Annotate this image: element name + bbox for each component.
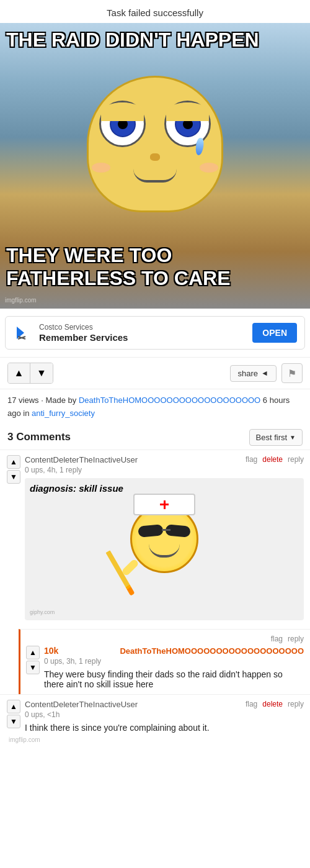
comment-1-downvote[interactable]: ▼ xyxy=(7,470,20,484)
comment-3-delete[interactable]: delete xyxy=(262,700,283,708)
comment-3-username: ContentDeleterTheInactiveUser xyxy=(25,700,138,709)
downvote-button[interactable]: ▼ xyxy=(30,363,53,383)
flag-icon: ⚑ xyxy=(288,368,296,379)
comment-3-flag[interactable]: flag xyxy=(246,700,257,708)
comment-1-vote: ▲ ▼ xyxy=(6,455,21,624)
comment-2-flag[interactable]: flag xyxy=(271,635,283,643)
comment-1-username: ContentDeleterTheInactiveUser xyxy=(25,455,138,464)
action-bar: ▲ ▼ share ◄ ⚑ xyxy=(0,357,310,389)
comment-2-username: DeathToTheHOMOOOOOOOOOOOOOOOOOOO xyxy=(120,646,304,656)
ad-info: Costco Services Remember Services xyxy=(13,323,128,343)
comment-2-content: They were busy finding their dads so the… xyxy=(44,669,304,689)
share-label: share xyxy=(238,369,259,378)
comment-1-image-area: diagnosis: skill issue xyxy=(25,478,304,620)
chevron-down-icon: ▼ xyxy=(290,434,296,441)
comment-1-flag[interactable]: flag xyxy=(246,455,257,464)
bottom-watermark: imgflip.com xyxy=(6,733,304,744)
comment-1-body: ContentDeleterTheInactiveUser flag delet… xyxy=(25,455,304,624)
comment-2-upvote[interactable]: ▲ xyxy=(26,646,40,659)
ad-banner: Costco Services Remember Services OPEN xyxy=(5,316,305,350)
diagnosis-text: diagnosis: skill issue xyxy=(30,483,299,494)
comment-3: ▲ ▼ ContentDeleterTheInactiveUser flag d… xyxy=(0,694,310,749)
comment-3-reply[interactable]: reply xyxy=(288,700,304,708)
author-link[interactable]: DeathToTheHOMOOOOOOOOOOOOOOOOOOO xyxy=(79,396,260,405)
comment-3-vote: ▲ ▼ xyxy=(6,700,21,733)
meme-bottom-text: THEY WERE TOO FATHERLESS TO CARE xyxy=(6,244,304,290)
sort-label: Best first xyxy=(256,433,288,442)
comments-header: 3 Comments Best first ▼ xyxy=(0,423,310,450)
comment-1-meta: 0 ups, 4h, 1 reply xyxy=(25,466,304,474)
ad-open-button[interactable]: OPEN xyxy=(252,323,297,343)
comment-1-reply[interactable]: reply xyxy=(288,455,304,464)
comment-1-upvote[interactable]: ▲ xyxy=(7,455,20,469)
comment-2-ups: 10k xyxy=(44,646,58,656)
comment-2-downvote[interactable]: ▼ xyxy=(26,661,40,674)
comment-1: ▲ ▼ ContentDeleterTheInactiveUser flag d… xyxy=(0,450,310,629)
comment-2-vote: ▲ ▼ xyxy=(25,646,40,689)
comment-2: flag reply ▲ ▼ 10k DeathToTheHOMOOOOOOOO… xyxy=(19,629,310,694)
share-button[interactable]: share ◄ xyxy=(230,365,277,382)
comment-2-actions: flag reply xyxy=(271,635,304,643)
downvote-icon: ▼ xyxy=(37,368,46,379)
comment-2-reply[interactable]: reply xyxy=(288,635,304,643)
upvote-icon: ▲ xyxy=(14,368,24,379)
upvote-button[interactable]: ▲ xyxy=(8,363,30,383)
ad-subtitle: Remember Services xyxy=(39,332,128,343)
made-by-label: Made by xyxy=(45,396,76,405)
meme-top-text: THE RAID DIDN'T HAPPEN xyxy=(6,29,304,51)
vote-box: ▲ ▼ xyxy=(7,363,53,384)
share-icon: ◄ xyxy=(261,369,268,377)
ad-title: Costco Services xyxy=(39,323,128,332)
flag-button[interactable]: ⚑ xyxy=(281,363,303,383)
comment-3-upvote[interactable]: ▲ xyxy=(7,700,20,713)
giphy-watermark: giphy.com xyxy=(30,609,299,615)
ad-text: Costco Services Remember Services xyxy=(39,323,128,342)
meme-watermark: imgflip.com xyxy=(5,297,37,304)
comment-3-content: I think there is since you're complainin… xyxy=(25,723,304,733)
comment-3-meta: 0 ups, <1h xyxy=(25,710,304,719)
comment-3-body: ContentDeleterTheInactiveUser flag delet… xyxy=(25,700,304,733)
ad-icon xyxy=(13,323,33,343)
skill-image xyxy=(30,499,299,607)
comments-count: 3 Comments xyxy=(7,431,71,443)
post-meta: 17 views · Made by DeathToTheHOMOOOOOOOO… xyxy=(0,389,310,423)
comment-3-actions: flag delete reply xyxy=(246,700,304,708)
community-link[interactable]: anti_furry_society xyxy=(32,409,95,418)
comment-1-actions: flag delete reply xyxy=(246,455,304,464)
comment-3-downvote[interactable]: ▼ xyxy=(7,715,20,728)
sort-dropdown[interactable]: Best first ▼ xyxy=(249,429,303,446)
meme-image: THE RAID DIDN'T HAPPEN xyxy=(0,23,310,309)
comment-2-meta: 0 ups, 3h, 1 reply xyxy=(44,657,304,666)
comment-2-body: 10k DeathToTheHOMOOOOOOOOOOOOOOOOOOO 0 u… xyxy=(44,646,304,689)
page-title: Task failed successfully xyxy=(0,0,310,23)
views-count: 17 views xyxy=(7,396,39,405)
comment-1-delete[interactable]: delete xyxy=(262,455,283,464)
